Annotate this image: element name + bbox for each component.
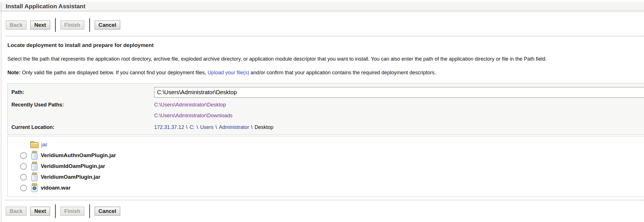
file-browser: jar VeridiumAuthnOamPlugin.jar VeridiumI… — [7, 136, 644, 197]
back-button[interactable]: Back — [6, 20, 27, 30]
file-name: vidoam.war — [41, 185, 71, 191]
file-row: VeridiumIdOamPlugin.jar — [8, 161, 644, 172]
breadcrumb-link-users[interactable]: Users — [200, 124, 213, 130]
radio-button[interactable] — [20, 163, 27, 170]
finish-button[interactable]: Finish — [60, 20, 84, 30]
current-location-row: Current Location: 172.31.37.12\C:\Users\… — [8, 121, 644, 133]
finish-button[interactable]: Finish — [60, 207, 84, 216]
note-text: Note: Only valid file paths are displaye… — [7, 70, 644, 76]
note-after-link: and/or confirm that your application con… — [249, 70, 436, 75]
page-left-border — [1, 2, 1, 222]
recently-used-paths-row: Recently Used Paths: C:\Users\Administra… — [8, 99, 644, 121]
recent-path-link[interactable]: C:\Users\Administrator\Downloads — [154, 110, 233, 121]
file-name: VeridiumIdOamPlugin.jar — [41, 163, 105, 169]
cancel-button[interactable]: Cancel — [95, 207, 120, 216]
folder-icon — [30, 141, 39, 149]
breadcrumb-separator: \ — [186, 124, 188, 130]
button-divider — [89, 18, 90, 32]
back-button[interactable]: Back — [6, 207, 27, 216]
page-title: Install Application Assistant — [0, 2, 644, 11]
jar-file-icon — [31, 151, 38, 160]
path-row: Path: — [8, 85, 644, 99]
recent-path-link[interactable]: C:\Users\Administrator\Desktop — [154, 99, 233, 110]
upload-files-link[interactable]: Upload your file(s) — [207, 70, 249, 75]
current-location-label: Current Location: — [8, 124, 154, 130]
button-divider — [55, 18, 56, 32]
path-input[interactable] — [154, 87, 644, 98]
breadcrumb-separator: \ — [251, 124, 252, 130]
dotted-divider — [6, 36, 644, 36]
radio-button[interactable] — [20, 174, 27, 180]
wizard-buttons-bottom: Back Next Finish Cancel — [6, 204, 644, 218]
intro-text: Select the file path that represents the… — [7, 56, 644, 62]
button-divider — [55, 204, 56, 218]
jar-folder-link[interactable]: jar — [41, 141, 47, 148]
dotted-divider — [6, 200, 644, 200]
file-row: VeridiumAuthnOamPlugin.jar — [8, 150, 644, 161]
wizard-buttons-top: Back Next Finish Cancel — [6, 18, 644, 32]
folder-row: jar — [8, 139, 644, 150]
breadcrumb-link-administrator[interactable]: Administrator — [219, 124, 249, 130]
file-row: VeridiumOamPlugin.jar — [8, 172, 644, 182]
radio-button[interactable] — [20, 185, 27, 191]
path-label: Path: — [8, 89, 154, 95]
recently-used-paths-label: Recently Used Paths: — [8, 99, 154, 110]
section-heading: Locate deployment to install and prepare… — [7, 42, 644, 48]
breadcrumb-link-host[interactable]: 172.31.37.12 — [154, 124, 184, 130]
breadcrumb-current: Desktop — [254, 124, 273, 130]
next-button[interactable]: Next — [30, 20, 50, 30]
breadcrumb-link-drive[interactable]: C: — [189, 124, 195, 130]
note-before-link: Only valid file paths are displayed belo… — [21, 70, 207, 75]
jar-file-icon — [31, 172, 38, 182]
file-name: VeridiumOamPlugin.jar — [41, 174, 100, 180]
note-label: Note: — [7, 70, 21, 75]
deployment-form-box: Path: Recently Used Paths: C:\Users\Admi… — [7, 83, 644, 135]
breadcrumb-separator: \ — [197, 124, 198, 130]
cancel-button[interactable]: Cancel — [95, 20, 120, 30]
next-button[interactable]: Next — [30, 207, 50, 216]
file-row: vidoam.war — [8, 182, 644, 193]
war-file-icon — [31, 183, 38, 192]
breadcrumb-separator: \ — [215, 124, 217, 130]
jar-file-icon — [31, 162, 38, 171]
file-name: VeridiumAuthnOamPlugin.jar — [41, 152, 116, 159]
radio-button[interactable] — [20, 152, 27, 159]
breadcrumb: 172.31.37.12\C:\Users\Administrator\Desk… — [154, 124, 273, 130]
button-divider — [89, 204, 90, 218]
